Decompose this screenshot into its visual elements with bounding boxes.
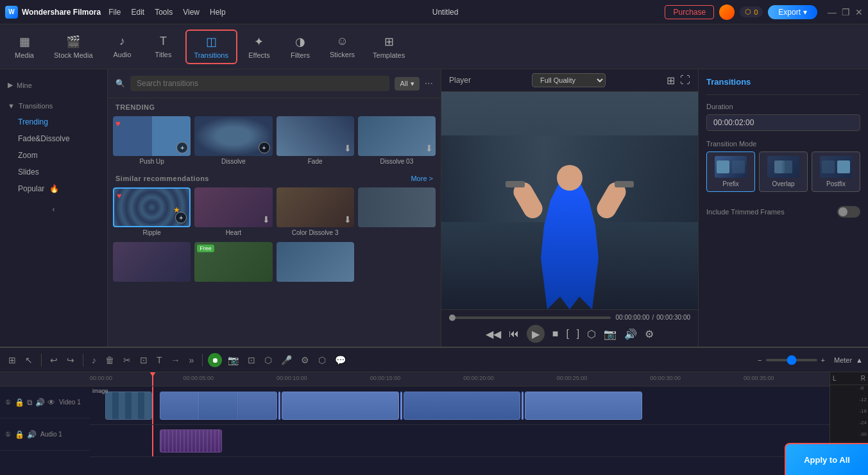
undo-button[interactable]: ↩: [47, 353, 61, 367]
filter-dropdown[interactable]: All ▾: [395, 77, 419, 91]
frame-back-button[interactable]: [: [566, 328, 568, 340]
play-button[interactable]: ▶: [527, 325, 545, 343]
apply-to-all-button[interactable]: Apply to All: [785, 443, 868, 475]
voice-button[interactable]: 🎤: [278, 353, 295, 367]
user-avatar[interactable]: [719, 4, 735, 20]
transition-ripple[interactable]: ♥ ★ + Ripple: [113, 187, 191, 238]
minimize-button[interactable]: —: [828, 7, 837, 17]
track-clip-icon[interactable]: ⧉: [27, 398, 33, 407]
transition-fade[interactable]: ⬇ Fade: [277, 116, 354, 167]
more-options-button[interactable]: ···: [425, 78, 433, 89]
step-back-button[interactable]: ⏮: [509, 328, 519, 340]
stop-button[interactable]: ■: [552, 328, 559, 340]
camera-button[interactable]: 📷: [604, 328, 617, 340]
fullscreen-icon[interactable]: ⛶: [680, 74, 690, 87]
menu-view[interactable]: View: [183, 8, 200, 17]
collapse-panel-btn[interactable]: ‹: [0, 205, 107, 214]
video-clip-2[interactable]: [282, 392, 399, 420]
track-eye-icon[interactable]: 👁: [47, 398, 55, 407]
menu-file[interactable]: File: [108, 8, 121, 17]
tool-media[interactable]: ▦ Media: [5, 31, 44, 63]
video-clip-3[interactable]: [404, 392, 521, 420]
capture-button[interactable]: ⊡: [244, 353, 259, 367]
export-button[interactable]: Export ▾: [768, 5, 817, 19]
menu-help[interactable]: Help: [210, 8, 226, 17]
transition-heart[interactable]: ⬇ Heart: [194, 187, 272, 238]
redo-button[interactable]: ↪: [64, 353, 78, 367]
mode-overlap[interactable]: Overlap: [759, 151, 808, 192]
audio-track-lock-icon[interactable]: 🔒: [15, 430, 24, 439]
grid-view-icon[interactable]: ⊞: [667, 74, 675, 87]
add-marker-button[interactable]: ⬡: [587, 328, 596, 340]
menu-edit[interactable]: Edit: [131, 8, 144, 17]
mode-prefix[interactable]: Prefix: [706, 151, 755, 192]
snapshot-button[interactable]: 📷: [225, 353, 242, 367]
tool-filters[interactable]: ◑ Filters: [281, 31, 319, 63]
athlete-body: [538, 181, 602, 309]
progress-bar[interactable]: [449, 316, 611, 319]
sidebar-item-slides[interactable]: Slides: [0, 164, 107, 180]
timeline-ruler[interactable]: 00:00:00 00:00:05:00 00:00:10:00 00:00:1…: [90, 372, 868, 386]
search-input[interactable]: [130, 76, 389, 91]
app-logo: W Wondershare Filmora: [5, 6, 101, 19]
mode-postfix[interactable]: Postfix: [812, 151, 860, 192]
transition-more2[interactable]: [113, 242, 191, 286]
tool-transitions[interactable]: ◫ Transitions: [185, 30, 237, 64]
more-link[interactable]: More >: [411, 175, 433, 182]
tool-templates[interactable]: ⊞ Templates: [365, 31, 413, 63]
audio-clip[interactable]: [160, 429, 222, 453]
audio-button[interactable]: 🔊: [624, 328, 637, 340]
select-tool-button[interactable]: ↖: [22, 353, 36, 367]
audio-track-mute-icon[interactable]: 🔊: [27, 430, 37, 439]
transition-dissolve[interactable]: + Dissolve: [194, 116, 272, 167]
mine-header[interactable]: ▶ Mine: [0, 77, 107, 93]
cut-button[interactable]: ✂: [120, 353, 134, 367]
settings-button[interactable]: ⚙: [645, 328, 654, 340]
zoom-in-icon[interactable]: +: [821, 356, 825, 364]
video-clip-4[interactable]: [525, 392, 642, 420]
text-button[interactable]: T: [153, 353, 166, 367]
transition-push-up[interactable]: ♥ + Push Up: [113, 116, 191, 167]
tool-stock-media[interactable]: 🎬 Stock Media: [46, 31, 101, 63]
rewind-button[interactable]: ◀◀: [486, 328, 501, 340]
zoom-slider[interactable]: [766, 359, 817, 361]
sidebar-item-zoom[interactable]: Zoom: [0, 147, 107, 164]
tool-effects[interactable]: ✦ Effects: [240, 31, 278, 63]
speed-button[interactable]: →: [168, 353, 183, 367]
transition-dissolve03[interactable]: ⬇ Dissolve 03: [358, 116, 436, 167]
video-clip-1[interactable]: [160, 392, 277, 420]
quality-select[interactable]: Full Quality High Quality Medium Quality…: [532, 73, 606, 87]
transitions-section-header[interactable]: ▼ Transitions: [0, 98, 107, 114]
track-mute-icon[interactable]: 🔊: [35, 398, 45, 407]
add-audio-button[interactable]: ♪: [89, 353, 99, 367]
transition-more1[interactable]: [358, 187, 436, 238]
keyframe-button[interactable]: ⬡: [315, 353, 329, 367]
tool-stickers[interactable]: ☺ Stickers: [322, 31, 362, 62]
sidebar-item-trending[interactable]: Trending: [0, 114, 107, 130]
record-button[interactable]: ⏺: [208, 353, 222, 367]
tool-titles[interactable]: T Titles: [144, 31, 183, 62]
delete-button[interactable]: 🗑: [102, 353, 117, 367]
maximize-button[interactable]: ❐: [842, 7, 850, 17]
frame-fwd-button[interactable]: ]: [577, 328, 579, 340]
scene-view-button[interactable]: ⊞: [5, 353, 19, 367]
audio-settings-button[interactable]: ⚙: [298, 353, 312, 367]
marker-button[interactable]: ⬡: [261, 353, 275, 367]
duration-input[interactable]: [706, 114, 860, 131]
purchase-button[interactable]: Purchase: [665, 5, 714, 19]
clip-image[interactable]: [105, 392, 152, 420]
transition-free1[interactable]: Free: [194, 242, 272, 286]
sidebar-item-popular[interactable]: Popular 🔥: [0, 180, 107, 197]
crop-button[interactable]: ⊡: [137, 353, 151, 367]
track-lock-icon[interactable]: 🔒: [15, 398, 24, 407]
sidebar-item-fade[interactable]: Fade&Dissolve: [0, 130, 107, 147]
subtitle-button[interactable]: 💬: [332, 353, 349, 367]
trimmed-toggle[interactable]: [837, 206, 860, 218]
close-button[interactable]: ✕: [855, 7, 863, 17]
transition-dark1[interactable]: [277, 242, 354, 286]
menu-tools[interactable]: Tools: [155, 8, 173, 17]
zoom-out-icon[interactable]: −: [758, 356, 762, 364]
more-tools-button[interactable]: »: [186, 353, 198, 367]
transition-color-dissolve3[interactable]: ⬇ Color Dissolve 3: [277, 187, 354, 238]
tool-audio[interactable]: ♪ Audio: [103, 31, 142, 62]
